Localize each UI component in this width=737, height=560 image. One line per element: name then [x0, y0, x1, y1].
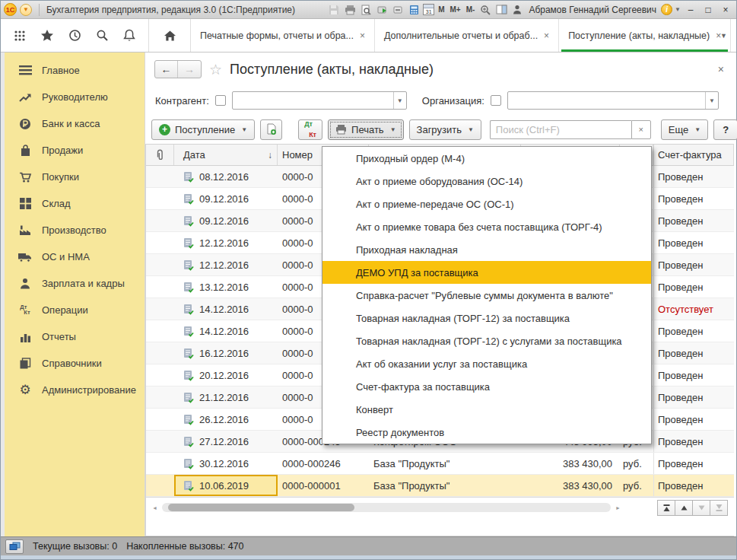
tab-close-icon[interactable]: ×: [716, 30, 721, 41]
history-icon[interactable]: [62, 23, 87, 49]
date-column-header[interactable]: Дата ↓: [174, 145, 278, 165]
date-cell[interactable]: 12.12.2016: [174, 232, 278, 253]
invoice-status-cell[interactable]: Проведен: [653, 210, 734, 231]
sidebar-item-directories[interactable]: Справочники: [5, 350, 145, 377]
chevron-down-icon[interactable]: ▼: [705, 92, 718, 109]
go-to-first-button[interactable]: [657, 500, 675, 516]
scroll-up-button[interactable]: [675, 500, 693, 516]
invoice-status-cell[interactable]: Проведен: [653, 254, 734, 275]
sum-cell[interactable]: 383 430,00: [521, 480, 620, 492]
invoice-status-cell[interactable]: Проведен: [653, 387, 734, 408]
sum-cell[interactable]: 383 430,00: [521, 458, 620, 469]
sidebar-item-manager[interactable]: Руководителю: [5, 84, 145, 110]
organization-filter-checkbox[interactable]: [491, 95, 501, 106]
sidebar-item-main[interactable]: Главное: [5, 57, 145, 84]
date-cell[interactable]: 12.12.2016: [174, 254, 278, 275]
number-cell[interactable]: 0000-000246: [278, 458, 369, 469]
tab[interactable]: Дополнительные отчеты и обраб... ×: [375, 19, 559, 52]
maximize-button[interactable]: □: [700, 3, 716, 16]
print-menu-item[interactable]: Справка-расчет "Рублевые суммы документа…: [322, 284, 651, 307]
sidebar-item-warehouse[interactable]: Склад: [5, 190, 145, 217]
info-icon[interactable]: i: [661, 4, 672, 15]
more-button[interactable]: Еще ▼: [661, 119, 708, 140]
back-button[interactable]: ←: [155, 61, 178, 78]
invoice-status-cell[interactable]: Проведен: [653, 276, 734, 298]
organization-combobox[interactable]: ▼: [507, 91, 719, 110]
scrollbar-thumb[interactable]: [168, 504, 354, 511]
tab-close-icon[interactable]: ×: [360, 30, 365, 41]
currency-cell[interactable]: руб.: [620, 480, 653, 492]
receive-document-icon[interactable]: [391, 3, 405, 17]
sidebar-item-purchases[interactable]: Покупки: [5, 164, 145, 190]
table-row[interactable]: 30.12.2016 0000-000246 База "Продукты" 3…: [146, 453, 734, 475]
date-cell[interactable]: 20.12.2016: [174, 364, 278, 386]
print-menu-item[interactable]: Реестр документов: [322, 421, 651, 444]
system-menu-button[interactable]: ▼: [20, 4, 32, 16]
date-cell[interactable]: 14.12.2016: [174, 298, 278, 320]
date-cell[interactable]: 13.12.2016: [174, 276, 278, 298]
sidebar-item-payroll-hr[interactable]: Зарплата и кадры: [5, 270, 145, 297]
performance-monitor-button[interactable]: [5, 539, 24, 554]
invoice-status-cell[interactable]: Проведен: [653, 409, 734, 430]
sidebar-item-fixed-assets[interactable]: ОС и НМА: [5, 243, 145, 270]
sidebar-item-administration[interactable]: ⚙ Администрирование: [5, 377, 145, 403]
table-row[interactable]: 10.06.2019 0000-000001 База "Продукты" 3…: [146, 475, 734, 497]
date-cell[interactable]: 16.12.2016: [174, 342, 278, 364]
invoice-status-cell[interactable]: Проведен: [653, 232, 734, 253]
memory-m-plus-button[interactable]: M+: [449, 5, 462, 14]
split-view-icon[interactable]: [494, 3, 508, 17]
search-input[interactable]: [490, 120, 631, 139]
sidebar-item-operations[interactable]: ДтКт Операции: [5, 297, 145, 323]
date-cell[interactable]: 09.12.2016: [174, 210, 278, 231]
contragent-cell[interactable]: База "Продукты": [369, 458, 521, 469]
invoice-status-cell[interactable]: Проведен: [653, 453, 734, 474]
invoice-status-cell[interactable]: Отсутствует: [653, 298, 734, 320]
print-menu-item[interactable]: Приходный ордер (М-4): [322, 147, 651, 170]
scroll-down-button[interactable]: [692, 500, 710, 516]
date-cell[interactable]: 09.12.2016: [174, 188, 278, 209]
date-cell[interactable]: 10.06.2019: [174, 475, 278, 496]
scroll-left-icon[interactable]: ◄: [152, 505, 157, 511]
number-cell[interactable]: 0000-000001: [278, 480, 369, 492]
calculator-icon[interactable]: [407, 3, 421, 17]
minimize-button[interactable]: –: [683, 3, 698, 16]
tab[interactable]: Печатные формы, отчеты и обра... ×: [191, 19, 375, 52]
contragent-combobox[interactable]: ▼: [232, 91, 407, 110]
tab-close-icon[interactable]: ×: [544, 30, 549, 41]
scrollbar-track[interactable]: [162, 503, 611, 512]
close-page-icon[interactable]: ×: [718, 63, 727, 75]
invoice-status-cell[interactable]: Проведен: [653, 320, 734, 342]
print-preview-icon[interactable]: [359, 3, 373, 17]
print-menu-item[interactable]: Приходная накладная: [322, 238, 651, 261]
clear-search-icon[interactable]: ×: [631, 120, 651, 139]
invoice-column-header[interactable]: Счет-фактура: [653, 145, 734, 165]
date-cell[interactable]: 27.12.2016: [174, 431, 278, 452]
print-menu-item[interactable]: Конверт: [322, 398, 651, 421]
date-cell[interactable]: 08.12.2016: [174, 166, 278, 187]
invoice-status-cell[interactable]: Проведен: [653, 475, 734, 496]
favorite-star-icon[interactable]: ☆: [209, 61, 222, 78]
print-button[interactable]: Печать ▼: [328, 119, 404, 140]
invoice-status-cell[interactable]: Проведен: [653, 364, 734, 386]
print-icon[interactable]: [343, 3, 357, 17]
sidebar-item-reports[interactable]: Отчеты: [5, 323, 145, 350]
attachment-column-header[interactable]: [146, 145, 174, 165]
print-menu-item[interactable]: Акт о приемке товара без счета поставщик…: [322, 215, 651, 238]
posting-dtkt-button[interactable]: Дт Кт: [298, 119, 322, 140]
send-document-icon[interactable]: [375, 3, 389, 17]
scroll-right-icon[interactable]: ►: [615, 505, 621, 511]
help-button[interactable]: ?: [713, 119, 737, 140]
date-cell[interactable]: 30.12.2016: [174, 453, 278, 474]
print-menu-item[interactable]: Акт о приеме-передаче ОС (ОС-1): [322, 192, 651, 215]
notifications-bell-icon[interactable]: [116, 23, 142, 49]
print-menu-item[interactable]: Товарная накладная (ТОРГ-12) за поставщи…: [322, 307, 651, 329]
sidebar-item-production[interactable]: Производство: [5, 217, 145, 243]
print-menu-item[interactable]: ДЕМО УПД за поставщика: [322, 261, 651, 284]
sidebar-item-bank-cash[interactable]: Банк и касса: [5, 110, 145, 137]
sidebar-item-sales[interactable]: Продажи: [5, 137, 145, 164]
tab[interactable]: Поступление (акты, накладные) ×: [559, 19, 731, 52]
info-dropdown-icon[interactable]: ▼: [675, 6, 681, 13]
home-icon[interactable]: [157, 23, 183, 49]
contragent-cell[interactable]: База "Продукты": [369, 480, 521, 492]
invoice-status-cell[interactable]: Проведен: [653, 166, 734, 187]
